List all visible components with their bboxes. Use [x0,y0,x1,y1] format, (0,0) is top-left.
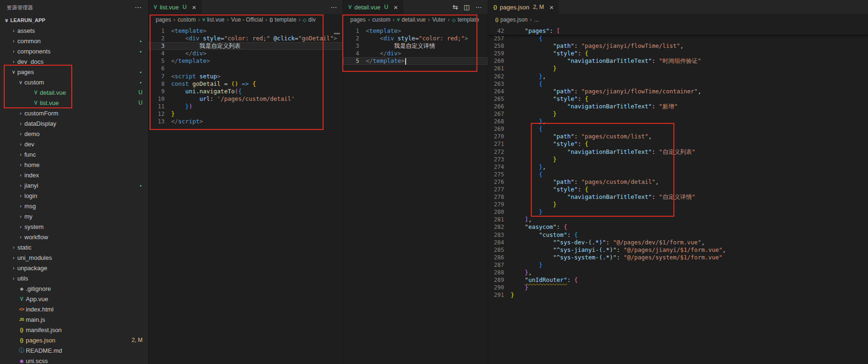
breadcrumb-item-list-vue[interactable]: Vlist.vue [202,16,224,23]
code-area[interactable]: 1<template>2 <div style="color: red;">3 … [343,25,488,364]
tree-item-assets[interactable]: ›assets [0,25,148,36]
tree-item-list-vue[interactable]: Vlist.vueU [0,98,148,108]
code-line-290[interactable]: 290 } [488,284,868,291]
tree-item-utils[interactable]: ›utils [0,273,148,283]
close-icon[interactable]: × [190,3,198,11]
code-line-273[interactable]: 273 } [488,156,868,163]
code-line-3[interactable]: 3 我是自定义详情 [343,42,488,50]
tree-item-gitignore[interactable]: ◆.gitignore [0,283,148,294]
code-line-281[interactable]: 281 ], [488,216,868,223]
code-line-10[interactable]: 10 url: '/pages/custom/detail' [149,95,343,103]
code-line-6[interactable]: 6 [149,65,343,72]
code-line-285[interactable]: 285 "^sys-jianyi-(.*)": "@/pages/jianyi/… [488,246,868,254]
breadcrumb-item-pages[interactable]: pages [350,16,366,23]
tab-list-vue[interactable]: Vlist.vueU× [149,0,202,14]
code-line-267[interactable]: 267 } [488,110,868,118]
code-line-274[interactable]: 274 }, [488,163,868,171]
code-line-268[interactable]: 268 }, [488,118,868,125]
code-line-1[interactable]: 1<template> [343,27,488,35]
tree-item-msg[interactable]: ›msg [0,201,148,211]
tree-item-datadisplay[interactable]: ›dataDisplay [0,118,148,129]
code-line-280[interactable]: 280 } [488,208,868,216]
tree-item-detail-vue[interactable]: Vdetail.vueU [0,87,148,98]
tree-item-workflow[interactable]: ›workflow [0,232,148,242]
tree-item-manifest-json[interactable]: {}manifest.json [0,325,148,335]
tree-root-learun-app[interactable]: ∨ LEARUN_APP [0,15,148,25]
tree-item-home[interactable]: ›home [0,159,148,170]
code-line-272[interactable]: 272 "navigationBarTitleText": "自定义列表" [488,148,868,156]
code-line-262[interactable]: 262 }, [488,73,868,80]
code-line-258[interactable]: 258 "path": "pages/jianyi/flowTime/list"… [488,42,868,50]
code-line-288[interactable]: 288 }, [488,269,868,276]
code-line-9[interactable]: 9 uni.navigateTo({ [149,88,343,95]
code-line-1[interactable]: 1<template> [149,27,343,35]
tree-item-demo[interactable]: ›demo [0,129,148,139]
breadcrumb-item-detail-vue[interactable]: Vdetail.vue [397,16,425,23]
tree-item-static[interactable]: ›static [0,242,148,252]
code-line-270[interactable]: 270 "path": "pages/custom/list", [488,133,868,140]
breadcrumb-item-custom[interactable]: custom [372,16,391,23]
tab-pages-json[interactable]: {}pages.json2, M× [488,0,559,14]
breadcrumb-item-[interactable]: ... [534,16,539,23]
code-line-7[interactable]: 7<script setup> [149,73,343,80]
breadcrumb-item-vuter[interactable]: Vuter [432,16,445,23]
breadcrumb-item-pages-json[interactable]: {}pages.json [495,16,528,23]
breadcrumb-item-pages[interactable]: pages [156,16,171,23]
code-line-276[interactable]: 276 "path": "pages/custom/detail", [488,178,868,186]
tree-item-dev-docs[interactable]: ›dev_docs [0,56,148,67]
code-line-8[interactable]: 8const goDetail = () => { [149,80,343,88]
code-line-291[interactable]: 291} [488,291,868,299]
code-line-2[interactable]: 2 <div style="color: red;" @click="goDet… [149,35,343,42]
tree-item-readme-md[interactable]: ⓘREADME.md [0,345,148,356]
more-icon[interactable]: ⋯ [331,3,337,11]
split-editor-icon[interactable]: ◫ [464,3,470,11]
code-line-4[interactable]: 4 </div> [343,50,488,57]
open-changes-icon[interactable]: ⇆ [453,3,458,11]
close-icon[interactable]: × [548,3,555,11]
tree-item-system[interactable]: ›system [0,221,148,232]
more-icon[interactable]: ⋯ [476,3,482,11]
code-line-12[interactable]: 12} [149,110,343,118]
tree-item-my[interactable]: ›my [0,211,148,221]
code-line-259[interactable]: 259 "style": { [488,50,868,57]
tree-item-pages[interactable]: ∨pages● [0,67,148,77]
tree-item-func[interactable]: ›func [0,149,148,159]
code-line-260[interactable]: 260 "navigationBarTitleText": "时间组件验证" [488,57,868,65]
breadcrumb-item-vue-official[interactable]: Vue - Official [231,16,263,23]
code-line-269[interactable]: 269 { [488,125,868,133]
code-line-5[interactable]: 5</template> [343,57,488,65]
code-line-282[interactable]: 282 "easycom": { [488,223,868,231]
code-line-5[interactable]: 5</template> [149,57,343,65]
code-line-42[interactable]: 42 "pages": [ [488,27,868,35]
tree-item-custom[interactable]: ∨custom● [0,77,148,87]
code-line-278[interactable]: 278 "navigationBarTitleText": "自定义详情" [488,193,868,201]
tree-item-index[interactable]: ›index [0,170,148,180]
code-line-3[interactable]: 3 我是自定义列表 [149,42,343,50]
code-line-266[interactable]: 266 "navigationBarTitleText": "新增" [488,103,868,110]
tree-item-customform[interactable]: ›customForm [0,108,148,118]
code-line-284[interactable]: 284 "^sys-dev-(.*)": "@/pages/dev/$1/for… [488,239,868,246]
breadcrumb-item-custom[interactable]: custom [178,16,196,23]
code-line-13[interactable]: 13</script> [149,118,343,125]
breadcrumb-item-template[interactable]: ◇template [452,16,479,23]
code-line-279[interactable]: 279 } [488,201,868,208]
code-line-4[interactable]: 4 </div> [149,50,343,57]
tree-item-pages-json[interactable]: {}pages.json2, M [0,335,148,345]
tree-item-components[interactable]: ›components● [0,46,148,56]
code-line-277[interactable]: 277 "style": { [488,186,868,193]
code-line-275[interactable]: 275 { [488,171,868,178]
tree-item-unpackage[interactable]: ›unpackage [0,263,148,273]
breadcrumb-item-template[interactable]: {}template [270,16,296,23]
code-line-265[interactable]: 265 "style": { [488,95,868,103]
code-area[interactable]: 42 "pages": [257 {258 "path": "pages/jia… [488,25,868,364]
tree-item-index-html[interactable]: <>index.html [0,304,148,314]
tab-detail-vue[interactable]: Vdetail.vueU× [343,0,404,14]
code-line-286[interactable]: 286 "^sys-system-(.*)": "@/pages/system/… [488,254,868,261]
code-line-257[interactable]: 257 { [488,35,868,42]
tree-item-main-js[interactable]: JSmain.js [0,314,148,325]
code-line-261[interactable]: 261 } [488,65,868,72]
code-line-283[interactable]: 283 "custom": { [488,231,868,239]
close-icon[interactable]: × [392,3,400,11]
code-line-289[interactable]: 289 "unIdRouter": { [488,276,868,284]
code-line-2[interactable]: 2 <div style="color: red;"> [343,35,488,42]
